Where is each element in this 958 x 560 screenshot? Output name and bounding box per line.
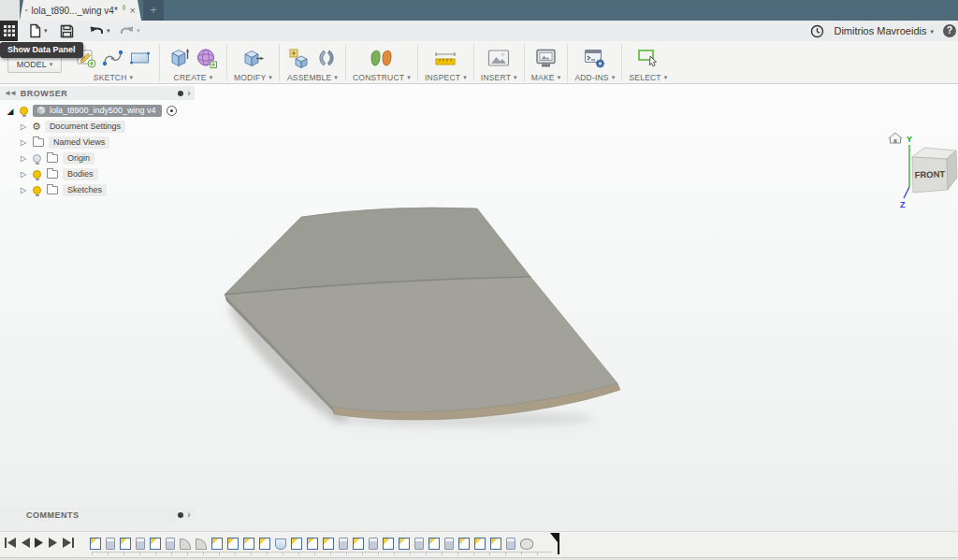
timeline-feature-sketch-icon[interactable] xyxy=(490,538,501,550)
timeline-feature-extrude-icon[interactable] xyxy=(444,538,454,550)
rectangle-sketch-icon[interactable] xyxy=(128,46,152,70)
document-tab[interactable]: lola_t890..._wing v4* × xyxy=(20,0,141,21)
expand-arrow-icon[interactable]: ▷ xyxy=(17,138,30,147)
construct-plane-icon[interactable] xyxy=(369,46,395,71)
assemble-menu-label[interactable]: ASSEMBLE xyxy=(287,73,338,82)
tree-row-bodies[interactable]: ▷ Bodies xyxy=(0,166,195,182)
timeline-feature-sketch-icon[interactable] xyxy=(211,538,223,550)
tree-item-label[interactable]: Sketches xyxy=(63,184,107,196)
expand-arrow-icon[interactable]: ▷ xyxy=(17,122,30,131)
spline-icon[interactable] xyxy=(101,46,125,70)
root-component-label[interactable]: lola_t8900_indy500_wing v4 xyxy=(33,105,162,117)
timeline-feature-shell-icon[interactable] xyxy=(275,538,286,550)
panel-options-icon[interactable] xyxy=(178,91,183,96)
step-forward-button[interactable] xyxy=(49,538,58,548)
view-cube-front-label[interactable]: FRONT xyxy=(914,168,945,179)
select-icon[interactable] xyxy=(635,46,661,71)
timeline-feature-sketch-icon[interactable] xyxy=(383,538,394,550)
expand-arrow-icon[interactable]: ◢ xyxy=(4,107,17,116)
job-status-clock-icon[interactable] xyxy=(810,24,824,38)
sketch-menu-label[interactable]: SKETCH xyxy=(94,73,133,82)
tree-item-label[interactable]: Bodies xyxy=(63,168,98,180)
expand-arrow-icon[interactable]: ▷ xyxy=(17,154,30,163)
inspect-menu-label[interactable]: INSPECT xyxy=(425,73,467,82)
create-form-icon[interactable] xyxy=(195,46,220,71)
browser-panel-header[interactable]: ◄◄ BROWSER › xyxy=(0,86,195,100)
timeline-feature-fillet-icon[interactable] xyxy=(196,538,207,550)
timeline-feature-sketch-icon[interactable] xyxy=(150,538,161,550)
tab-close-icon[interactable]: × xyxy=(130,6,136,16)
panel-chevron-icon[interactable]: › xyxy=(187,88,191,98)
timeline-feature-extrude-icon[interactable] xyxy=(339,538,348,550)
timeline-feature-sketch-icon[interactable] xyxy=(259,538,270,550)
visibility-bulb-icon[interactable] xyxy=(33,186,41,194)
comments-panel-header[interactable]: COMMENTS › xyxy=(0,508,195,522)
tree-item-label[interactable]: Document Settings xyxy=(45,121,125,133)
tree-row-root[interactable]: ◢ lola_t8900_indy500_wing v4 xyxy=(0,103,195,119)
timeline-feature-extrude-icon[interactable] xyxy=(414,538,424,550)
visibility-bulb-icon[interactable] xyxy=(20,107,28,115)
help-icon[interactable]: ? xyxy=(943,24,956,37)
timeline-feature-sketch-icon[interactable] xyxy=(474,538,486,550)
tree-item-label[interactable]: Named Views xyxy=(49,136,109,149)
timeline-feature-extrude-icon[interactable] xyxy=(506,538,515,550)
timeline-feature-sketch-icon[interactable] xyxy=(307,538,318,550)
visibility-bulb-icon[interactable] xyxy=(33,154,41,163)
joint-icon[interactable] xyxy=(314,46,339,70)
insert-image-icon[interactable] xyxy=(486,46,512,71)
go-to-start-button[interactable] xyxy=(5,538,16,548)
timeline-feature-sketch-icon[interactable] xyxy=(120,538,131,550)
tree-row-sketches[interactable]: ▷ Sketches xyxy=(0,182,195,198)
save-button[interactable] xyxy=(60,22,74,40)
file-menu-button[interactable]: ▾ xyxy=(28,22,48,40)
scripts-addins-icon[interactable] xyxy=(582,46,607,71)
make-menu-label[interactable]: MAKE xyxy=(531,73,561,82)
timeline-feature-sketch-icon[interactable] xyxy=(227,538,239,550)
view-cube-body[interactable]: FRONT xyxy=(912,148,957,193)
collapse-panel-icon[interactable]: ◄◄ xyxy=(4,89,15,97)
wing-model[interactable] xyxy=(215,192,636,435)
go-to-end-button[interactable] xyxy=(63,538,74,548)
extrude-icon[interactable] xyxy=(167,46,192,71)
timeline-feature-fillet-icon[interactable] xyxy=(180,538,191,550)
addins-menu-label[interactable]: ADD-INS xyxy=(574,73,615,82)
timeline-feature-sketch-icon[interactable] xyxy=(90,538,101,550)
timeline-feature-extrude-icon[interactable] xyxy=(369,538,378,550)
app-grid-menu-button[interactable] xyxy=(0,21,18,41)
select-menu-label[interactable]: SELECT xyxy=(629,73,667,82)
measure-icon[interactable] xyxy=(432,46,458,71)
activate-component-radio[interactable] xyxy=(167,106,177,116)
timeline-feature-revolve-icon[interactable] xyxy=(520,538,533,550)
tree-item-label[interactable]: Origin xyxy=(63,152,94,165)
insert-menu-label[interactable]: INSERT xyxy=(481,73,517,82)
timeline-feature-sketch-icon[interactable] xyxy=(399,538,410,550)
timeline-feature-sketch-icon[interactable] xyxy=(353,538,364,550)
new-tab-button[interactable]: + xyxy=(143,0,164,21)
expand-arrow-icon[interactable]: ▷ xyxy=(17,186,30,194)
tree-row-named-views[interactable]: ▷ Named Views xyxy=(0,135,195,151)
tree-row-document-settings[interactable]: ▷ ⚙ Document Settings xyxy=(0,119,195,135)
view-cube[interactable]: Y Z FRONT xyxy=(884,129,958,211)
construct-menu-label[interactable]: CONSTRUCT xyxy=(353,73,411,82)
timeline-feature-sketch-icon[interactable] xyxy=(428,538,440,550)
timeline-feature-sketch-icon[interactable] xyxy=(291,538,302,550)
user-account-menu[interactable]: Dimitrios Mavroeidis xyxy=(834,25,934,36)
undo-button[interactable]: ▾ xyxy=(89,22,110,40)
step-back-button[interactable] xyxy=(21,538,30,548)
timeline-feature-extrude-icon[interactable] xyxy=(166,538,175,550)
timeline-feature-extrude-icon[interactable] xyxy=(106,538,115,550)
play-button[interactable] xyxy=(35,538,44,548)
home-view-icon[interactable] xyxy=(889,133,902,143)
timeline-playhead[interactable] xyxy=(550,533,561,554)
redo-button[interactable]: ▾ xyxy=(119,22,140,40)
timeline-feature-sketch-icon[interactable] xyxy=(243,538,254,550)
timeline-feature-sketch-icon[interactable] xyxy=(458,538,470,550)
new-component-icon[interactable] xyxy=(286,46,312,71)
panel-chevron-icon[interactable]: › xyxy=(187,510,191,520)
modify-menu-label[interactable]: MODIFY xyxy=(234,73,272,82)
expand-arrow-icon[interactable]: ▷ xyxy=(17,170,30,179)
visibility-bulb-icon[interactable] xyxy=(33,170,41,179)
press-pull-icon[interactable] xyxy=(240,46,266,71)
create-menu-label[interactable]: CREATE xyxy=(174,73,213,82)
timeline-feature-sketch-icon[interactable] xyxy=(323,538,334,550)
